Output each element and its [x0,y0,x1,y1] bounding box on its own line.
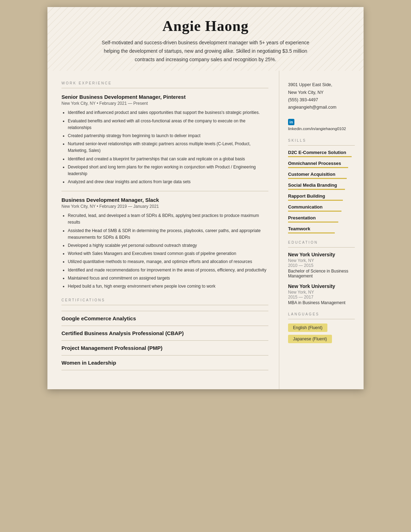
edu-1-school: New York University [288,252,355,257]
resume-document: Angie Haong Self-motivated and success-d… [47,7,364,389]
skill-item-5: Communication [288,204,355,212]
edu-1-years: 2010 — 2015 [288,263,355,268]
certifications-section: CERTIFICATIONS Google eCommerce Analytic… [61,298,268,370]
language-1: Japanese (Fluent) [288,335,332,343]
cert-divider-4 [61,370,268,370]
skill-name-3: Social Media Branding [288,182,355,188]
list-item: Identified and created a blueprint for p… [68,156,268,162]
job-1-title: Senior Business Development Manager, Pin… [61,94,268,100]
address: 3901 Upper East Side,New York City, NY [288,81,355,96]
education-divider [288,247,355,248]
linkedin-icon: in [288,119,294,125]
list-item: Helped build a fun, high energy environm… [68,283,268,290]
skill-item-2: Customer Acquisition [288,172,355,179]
skill-bar-7 [288,232,335,233]
candidate-name: Angie Haong [68,18,342,34]
list-item: Maintained focus and commitment on assig… [68,275,268,282]
cert-4: Women in Leadership [61,355,268,370]
language-0: English (Fluent) [288,323,327,332]
work-experience-section: WORK EXPERIENCE Senior Business Developm… [61,81,268,290]
skills-section: SKILLS D2C E-Commerce Solution Omnichann… [288,139,355,233]
work-experience-divider [61,88,268,88]
job-2-bullets: Recruited, lead, and developed a team of… [61,212,268,290]
main-content: WORK EXPERIENCE Senior Business Developm… [47,71,364,389]
contact-info: 3901 Upper East Side,New York City, NY (… [288,81,355,111]
candidate-summary: Self-motivated and success-driven busine… [100,39,311,64]
skill-item-0: D2C E-Commerce Solution [288,150,355,157]
skill-name-0: D2C E-Commerce Solution [288,150,355,155]
skill-name-1: Omnichannel Processes [288,161,355,166]
edu-2-location: New York, NY [288,290,355,295]
list-item: Nurtured senior-level relationships with… [68,141,268,154]
skill-name-6: Presentation [288,215,355,220]
edu-2-years: 2015 — 2017 [288,295,355,300]
skills-divider [288,145,355,146]
left-column: WORK EXPERIENCE Senior Business Developm… [47,71,279,389]
edu-1: New York University New York, NY 2010 — … [288,252,355,278]
list-item: Utilized quantitative methods to measure… [68,258,268,265]
skill-bar-1 [288,167,348,168]
skill-bar-0 [288,156,352,157]
cert-2: Certified Business Analysis Professional… [61,326,268,340]
education-section: EDUCATION New York University New York, … [288,241,355,305]
phone: (555) 393-4497 [288,96,355,104]
linkedin-url: linkedin.com/in/angiehaong0102 [288,127,346,131]
skill-name-5: Communication [288,204,355,210]
language-badge-0: English (Fluent) [288,323,355,335]
list-item: Identified and made recommendations for … [68,267,268,274]
certifications-divider [61,305,268,305]
skills-label: SKILLS [288,139,355,142]
edu-2-degree: MBA in Business Management [288,300,355,305]
edu-1-location: New York, NY [288,258,355,263]
skill-name-2: Customer Acquisition [288,172,355,177]
skill-bar-6 [288,222,338,223]
education-label: EDUCATION [288,241,355,244]
skill-item-1: Omnichannel Processes [288,161,355,168]
email: angieangieh@gmail.com [288,104,355,111]
edu-2-school: New York University [288,283,355,289]
list-item: Analyzed and drew clear insights and act… [68,179,268,185]
work-experience-label: WORK EXPERIENCE [61,81,268,85]
job-1-meta: New York City, NY • February 2021 — Pres… [61,101,268,106]
list-item: Worked with Sales Managers and Executive… [68,250,268,257]
skill-bar-5 [288,211,341,212]
languages-label: LANGUAGES [288,312,355,316]
skill-item-3: Social Media Branding [288,182,355,190]
skill-bar-4 [288,200,343,201]
list-item: Developed a highly scalable yet personal… [68,242,268,249]
edu-2: New York University New York, NY 2015 — … [288,283,355,305]
linkedin-section: in linkedin.com/in/angiehaong0102 [288,118,355,131]
languages-divider [288,319,355,319]
resume-header: Angie Haong Self-motivated and success-d… [47,7,364,71]
skill-item-4: Rapport Building [288,193,355,201]
job-1-bullets: Identified and influenced product and sa… [61,109,268,185]
job-2-meta: New York City, NY • February 2019 — Janu… [61,204,268,209]
language-badge-1: Japanese (Fluent) [288,335,355,346]
certifications-label: CERTIFICATIONS [61,298,268,302]
languages-section: LANGUAGES English (Fluent) Japanese (Flu… [288,312,355,346]
skill-name-4: Rapport Building [288,193,355,199]
list-item: Evaluated benefits and worked with all c… [68,118,268,131]
right-column: 3901 Upper East Side,New York City, NY (… [279,71,364,389]
cert-3: Project Management Professional (PMP) [61,341,268,355]
list-item: Developed short and long term plans for … [68,164,268,177]
list-item: Assisted the Head of SMB & SDR in determ… [68,227,268,241]
list-item: Identified and influenced product and sa… [68,109,268,116]
job-2: Business Development Manager, Slack New … [61,197,268,290]
skill-item-7: Teamwork [288,226,355,233]
job-1: Senior Business Development Manager, Pin… [61,94,268,185]
list-item: Recruited, lead, and developed a team of… [68,212,268,226]
cert-1: Google eCommerce Analytics [61,311,268,326]
edu-1-degree: Bachelor of Science in Business Manageme… [288,269,355,278]
list-item: Created partnership strategy from beginn… [68,133,268,139]
skill-bar-3 [288,189,345,190]
skill-item-6: Presentation [288,215,355,223]
job-divider [61,191,268,191]
skill-bar-2 [288,178,347,179]
skill-name-7: Teamwork [288,226,355,231]
job-2-title: Business Development Manager, Slack [61,197,268,203]
